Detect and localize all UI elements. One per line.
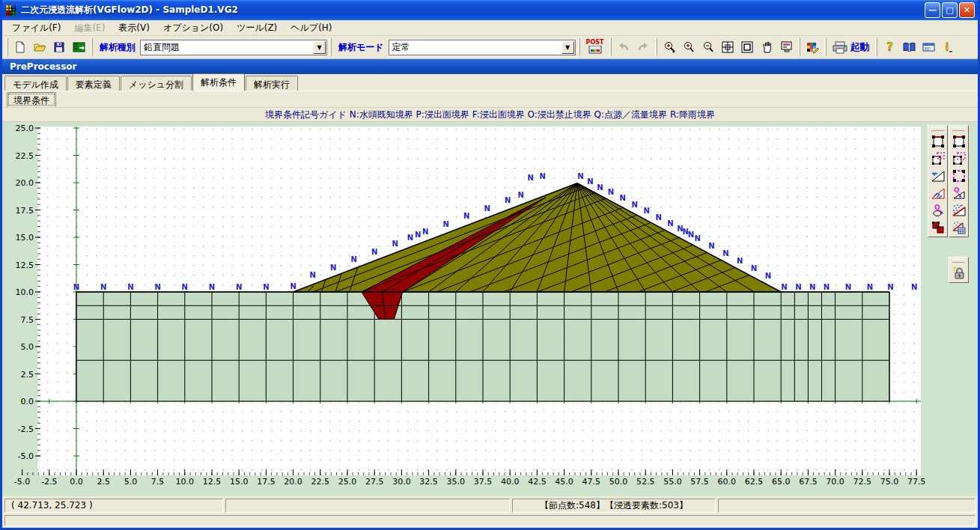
- menu-ファイル(F)[interactable]: ファイル(F): [5, 20, 67, 36]
- svg-text:5.0: 5.0: [124, 477, 138, 487]
- analysis-type-select[interactable]: 鉛直問題 ▼: [140, 40, 327, 55]
- export-data-button[interactable]: [69, 37, 88, 57]
- node-boundary-rect-icon: [931, 135, 945, 148]
- lock-button[interactable]: [950, 264, 967, 281]
- svg-text:27.5: 27.5: [365, 477, 384, 487]
- region-boundary-add-button[interactable]: [950, 150, 967, 167]
- rainfall-table-icon: [952, 221, 966, 234]
- analysis-type-label: 解析種別: [100, 41, 136, 54]
- save-file-button[interactable]: [49, 37, 69, 57]
- node-boundary-add-button[interactable]: [929, 150, 946, 167]
- svg-text:65.0: 65.0: [772, 477, 791, 487]
- close-button[interactable]: ✕: [959, 2, 975, 18]
- svg-text:N: N: [845, 283, 851, 291]
- tab-解析実行[interactable]: 解析実行: [246, 76, 298, 91]
- fit-view-button[interactable]: [718, 37, 737, 57]
- tab-メッシュ分割[interactable]: メッシュ分割: [121, 76, 192, 91]
- minimize-button[interactable]: —: [925, 2, 940, 18]
- menu-ツール(Z)[interactable]: ツール(Z): [230, 20, 284, 36]
- open-file-button[interactable]: [30, 37, 49, 57]
- toolbar-grip: [578, 38, 580, 56]
- post-processor-button[interactable]: POST: [582, 37, 608, 57]
- zoom-in-button[interactable]: [679, 37, 699, 57]
- redo-button[interactable]: [633, 37, 653, 57]
- svg-text:20.0: 20.0: [284, 477, 302, 487]
- svg-text:30.0: 30.0: [392, 477, 411, 487]
- svg-text:42.5: 42.5: [528, 477, 547, 487]
- maximize-button[interactable]: □: [942, 2, 958, 18]
- svg-text:N: N: [351, 255, 357, 264]
- mail-button[interactable]: [919, 37, 938, 57]
- region-boundary-add-icon: [952, 152, 966, 165]
- menu-ヘルプ(H)[interactable]: ヘルプ(H): [284, 20, 338, 36]
- tab-境界条件[interactable]: 境界条件: [7, 92, 56, 107]
- toolbar-grip: [824, 38, 827, 56]
- extent-view-button[interactable]: [737, 37, 757, 57]
- toolbar-grip: [952, 127, 965, 131]
- display-settings-button[interactable]: [776, 37, 796, 57]
- region-select-dashed-button[interactable]: [950, 167, 967, 184]
- svg-text:N: N: [887, 283, 893, 291]
- node-boundary-add-icon: [931, 152, 945, 165]
- svg-text:N: N: [182, 283, 188, 291]
- app-window: 二次元浸透流解析(VGFlow2D) - SampleD1.VG2 — □ ✕ …: [0, 0, 980, 530]
- boundary-toolbar-1: Q: [928, 125, 948, 237]
- analysis-mode-select[interactable]: 定常 ▼: [389, 40, 576, 55]
- model-canvas[interactable]: -5.0-2.50.02.55.07.510.012.515.017.520.0…: [2, 122, 925, 488]
- pan-icon: [761, 41, 773, 53]
- tab-要素定義[interactable]: 要素定義: [67, 76, 120, 91]
- svg-text:17.5: 17.5: [16, 206, 34, 216]
- palette-button[interactable]: [803, 37, 822, 57]
- svg-text:N: N: [781, 283, 787, 291]
- water-head-boundary-button[interactable]: [929, 167, 946, 184]
- pan-button[interactable]: [757, 37, 776, 57]
- svg-text:N: N: [443, 220, 449, 228]
- manual-icon: [903, 42, 916, 53]
- canvas-wrap: -5.0-2.50.02.55.07.510.012.515.017.520.0…: [2, 122, 925, 496]
- menu-オプション(O)[interactable]: オプション(O): [156, 20, 230, 36]
- seepage-face-boundary-button[interactable]: [929, 184, 946, 201]
- toolbar-grip: [798, 38, 800, 56]
- svg-text:N: N: [911, 283, 917, 291]
- node-boundary-rect-button[interactable]: [929, 132, 946, 150]
- svg-text:70.0: 70.0: [826, 477, 844, 487]
- tab-解析条件[interactable]: 解析条件: [192, 73, 245, 91]
- rainfall-boundary-button[interactable]: [950, 201, 967, 219]
- svg-text:-5.0: -5.0: [14, 477, 30, 487]
- help-button[interactable]: ?: [880, 37, 899, 57]
- notice-button[interactable]: i: [938, 37, 958, 57]
- manual-button[interactable]: [899, 37, 919, 57]
- svg-text:32.5: 32.5: [419, 477, 438, 487]
- svg-text:10.0: 10.0: [176, 477, 195, 487]
- menu-表示(V)[interactable]: 表示(V): [112, 20, 156, 36]
- save-file-icon: [53, 41, 65, 53]
- svg-text:N: N: [484, 204, 490, 213]
- svg-text:7.5: 7.5: [151, 477, 165, 487]
- svg-text:N: N: [463, 212, 469, 220]
- svg-text:N: N: [422, 228, 428, 236]
- rainfall-table-button[interactable]: [950, 219, 967, 236]
- solver-launch-button[interactable]: 起動: [829, 37, 873, 57]
- svg-text:N: N: [795, 283, 801, 291]
- undo-button[interactable]: [614, 37, 633, 57]
- tab-モデル作成[interactable]: モデル作成: [4, 76, 67, 91]
- copy-boundary-button[interactable]: [929, 219, 946, 236]
- region-boundary-rect-button[interactable]: [950, 132, 967, 150]
- svg-text:N: N: [371, 248, 377, 256]
- point-source-q-button[interactable]: Q: [929, 201, 946, 219]
- chevron-down-icon[interactable]: ▼: [313, 41, 326, 54]
- svg-text:40.0: 40.0: [501, 477, 520, 487]
- zoom-out-button[interactable]: [699, 37, 718, 57]
- flux-region-q-button[interactable]: Q: [950, 184, 967, 201]
- svg-text:N: N: [577, 172, 583, 180]
- zoom-window-button[interactable]: [660, 37, 679, 57]
- chevron-down-icon[interactable]: ▼: [561, 41, 574, 54]
- new-file-button[interactable]: [10, 37, 30, 57]
- palette-icon: [806, 41, 819, 54]
- toolbar-grip: [329, 38, 332, 56]
- svg-text:N: N: [392, 240, 398, 248]
- preprocessor-header: PreProcessor: [2, 59, 978, 74]
- toolbar-grip: [6, 38, 8, 56]
- svg-text:N: N: [73, 283, 79, 291]
- svg-text:N: N: [290, 282, 296, 290]
